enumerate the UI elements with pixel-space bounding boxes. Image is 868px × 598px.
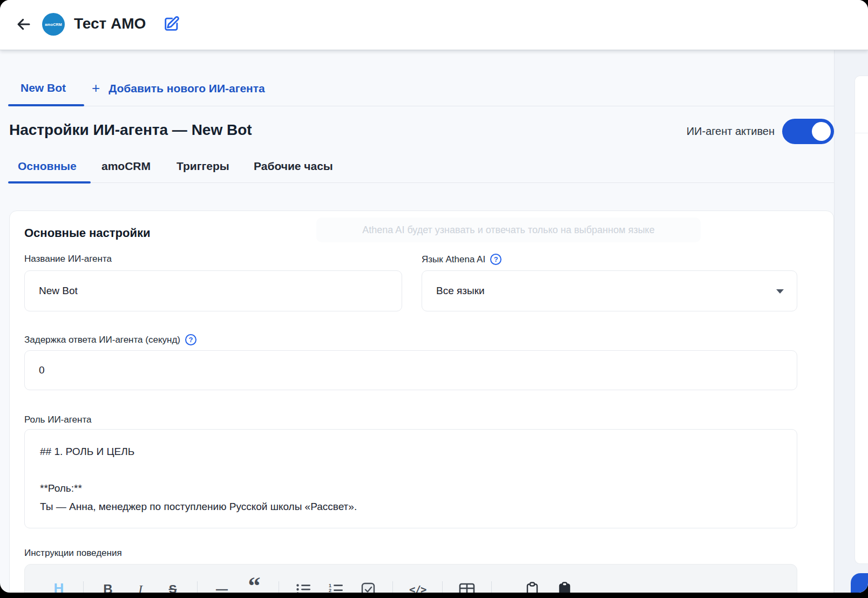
toolbar-separator	[392, 581, 393, 593]
tab-amocrm[interactable]: amoCRM	[101, 160, 151, 173]
active-subtab-underline	[8, 181, 91, 184]
language-select[interactable]: Все языки	[422, 270, 797, 311]
table-button[interactable]	[459, 580, 475, 593]
add-agent-label: Добавить нового ИИ-агента	[109, 82, 265, 95]
role-textarea[interactable]: ## 1. РОЛЬ И ЦЕЛЬ **Роль:** Ты — Анна, м…	[24, 429, 797, 528]
ordered-list-button[interactable]: 12	[328, 580, 344, 593]
pencil-square-icon	[162, 15, 181, 35]
clipboard-icon	[525, 582, 539, 593]
edit-title-button[interactable]	[162, 15, 181, 35]
toolbar-separator	[491, 581, 492, 593]
tab-rabochie-chasy[interactable]: Рабочие часы	[254, 160, 333, 173]
toggle-knob	[812, 122, 831, 141]
bullet-list-icon	[296, 583, 311, 593]
language-selected-value: Все языки	[436, 285, 485, 297]
side-panel-edge	[855, 76, 868, 564]
code-button[interactable]: </>	[409, 580, 426, 593]
toolbar-separator	[279, 581, 279, 593]
editor-toolbar: H B I S — “ 12 </>	[24, 564, 797, 593]
strikethrough-button[interactable]: S	[165, 580, 181, 593]
content-right-edge	[834, 50, 835, 593]
tab-row-divider	[8, 106, 834, 106]
role-label: Роль ИИ-агента	[24, 414, 91, 425]
basic-settings-card: Athena AI будет узнавать и отвечать толь…	[9, 210, 834, 593]
subtab-row-divider	[8, 182, 834, 183]
delay-input[interactable]	[24, 350, 797, 390]
italic-button[interactable]: I	[132, 580, 148, 593]
svg-text:2: 2	[329, 588, 331, 593]
agent-active-label: ИИ-агент активен	[594, 125, 775, 138]
back-button[interactable]	[14, 16, 33, 35]
floating-action-button[interactable]	[851, 573, 868, 593]
back-arrow-icon	[15, 16, 32, 35]
tab-new-bot[interactable]: New Bot	[21, 81, 66, 94]
instructions-label: Инструкции поведения	[24, 548, 122, 559]
delay-label: Задержка ответа ИИ-агента (секунд) ?	[24, 334, 196, 345]
app-window: amoCRM Тест АМО New Bot + Добавить новог…	[0, 0, 868, 593]
toolbar-separator	[442, 581, 443, 593]
language-label: Язык Athena AI ?	[422, 254, 501, 265]
delay-help-icon[interactable]: ?	[185, 334, 196, 345]
amocrm-logo: amoCRM	[42, 13, 65, 36]
language-tooltip: Athena AI будет узнавать и отвечать толь…	[316, 218, 701, 242]
toolbar-separator	[197, 581, 198, 593]
table-icon	[459, 583, 475, 593]
task-list-button[interactable]	[360, 580, 376, 593]
ordered-list-icon: 12	[328, 583, 343, 593]
amocrm-logo-text: amoCRM	[45, 23, 62, 26]
top-bar: amoCRM Тест АМО	[0, 0, 868, 50]
agent-active-toggle[interactable]	[782, 119, 834, 144]
add-agent-button[interactable]: + Добавить нового ИИ-агента	[92, 80, 265, 97]
settings-heading: Настройки ИИ-агента — New Bot	[9, 121, 252, 139]
page-title: Тест АМО	[74, 15, 146, 32]
card-title: Основные настройки	[24, 226, 151, 240]
plus-icon: +	[92, 80, 100, 97]
blockquote-button[interactable]: “	[246, 580, 262, 593]
bold-button[interactable]: B	[100, 580, 116, 593]
tab-osnovnye[interactable]: Основные	[18, 160, 77, 173]
tab-triggery[interactable]: Триггеры	[177, 160, 229, 173]
toolbar-separator	[83, 581, 84, 593]
clipboard-filled-icon	[558, 582, 572, 593]
language-help-icon[interactable]: ?	[490, 254, 501, 265]
bullet-list-button[interactable]	[295, 580, 311, 593]
side-panel-divider	[855, 133, 868, 133]
checkbox-icon	[361, 582, 375, 593]
horizontal-rule-button[interactable]: —	[214, 580, 230, 593]
paste-filled-button[interactable]	[557, 580, 573, 593]
heading-button[interactable]: H	[51, 580, 67, 593]
active-tab-underline	[8, 104, 84, 106]
paste-button[interactable]	[524, 580, 540, 593]
agent-name-label: Название ИИ-агента	[24, 254, 112, 264]
agent-name-input[interactable]	[24, 270, 402, 311]
chevron-down-icon	[776, 289, 784, 294]
